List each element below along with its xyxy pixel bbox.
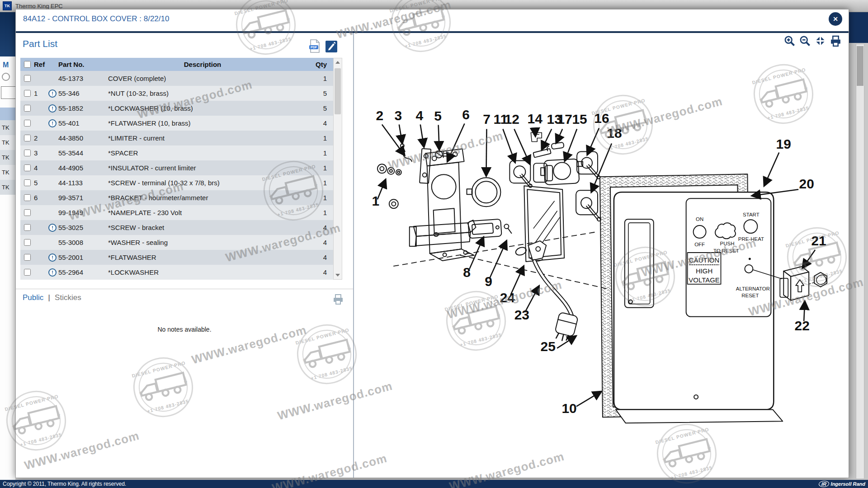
copyright-text: Copyright © 2011, Thermo King. All right… bbox=[3, 481, 126, 487]
row-description: *WASHER - sealing bbox=[104, 239, 302, 246]
status-bar: Copyright © 2011, Thermo King. All right… bbox=[0, 480, 868, 488]
col-qty: Qty bbox=[302, 61, 333, 68]
table-row[interactable]: ! 99-1949 *NAMEPLATE - 230 Volt 1 bbox=[20, 205, 333, 220]
row-qty: 1 bbox=[302, 194, 333, 202]
row-checkbox[interactable] bbox=[24, 239, 31, 246]
row-qty: 4 bbox=[302, 119, 333, 127]
sidebar-list-header bbox=[0, 108, 15, 120]
app-vertical-scrollbar[interactable] bbox=[856, 44, 864, 479]
sidebar-item-tk[interactable]: TK bbox=[0, 180, 15, 195]
row-checkbox[interactable] bbox=[24, 120, 31, 127]
table-row[interactable]: ! 55-2964 *LOCKWASHER 4 bbox=[20, 265, 333, 280]
svg-text:2: 2 bbox=[376, 108, 384, 123]
svg-text:5: 5 bbox=[434, 108, 442, 123]
part-detail-dialog: 84A12 - CONTROL BOX COVER : 8/22/10 ✕ Pa… bbox=[15, 9, 849, 478]
info-icon[interactable]: ! bbox=[48, 104, 57, 113]
sidebar-item-tk[interactable]: TK bbox=[0, 135, 15, 150]
close-icon: ✕ bbox=[833, 15, 838, 23]
row-checkbox[interactable] bbox=[24, 135, 31, 141]
dialog-title: 84A12 - CONTROL BOX COVER : 8/22/10 bbox=[23, 14, 169, 23]
close-button[interactable]: ✕ bbox=[829, 12, 842, 26]
svg-text:TO RESET: TO RESET bbox=[713, 248, 739, 253]
svg-text:PDF: PDF bbox=[311, 46, 317, 49]
info-icon[interactable]: ! bbox=[48, 268, 57, 277]
exploded-diagram[interactable]: 1 2 3 4 5 6 7 8 9 10 11 12 13 14 15 16 1… bbox=[354, 33, 849, 479]
tab-stickies[interactable]: Stickies bbox=[55, 293, 81, 302]
scroll-down-icon[interactable] bbox=[334, 271, 342, 279]
svg-text:HIGH: HIGH bbox=[696, 267, 712, 275]
row-description: *NUT (10-32, brass) bbox=[104, 89, 302, 97]
table-row[interactable]: 5 ! 44-1133 *SCREW - terminal (10-32 x 7… bbox=[20, 175, 333, 190]
row-checkbox[interactable] bbox=[24, 150, 31, 156]
table-row[interactable]: ! 55-3025 *SCREW - bracket 4 bbox=[20, 220, 333, 235]
row-description: COVER (complete) bbox=[104, 75, 302, 82]
sidebar-item-tk[interactable]: TK bbox=[0, 150, 15, 165]
row-checkbox[interactable] bbox=[24, 105, 31, 112]
table-row[interactable]: ! 55-3008 *WASHER - sealing 4 bbox=[20, 235, 333, 250]
row-description: *SCREW - bracket bbox=[104, 224, 302, 231]
row-part-no: 44-4905 bbox=[58, 164, 104, 172]
app-banner-right bbox=[849, 12, 868, 43]
row-checkbox[interactable] bbox=[24, 209, 31, 216]
row-description: *INSULATOR - current limiter bbox=[104, 164, 302, 172]
edit-notes-icon[interactable] bbox=[325, 39, 338, 55]
sidebar-item-tk[interactable]: TK bbox=[0, 165, 15, 180]
table-scrollbar[interactable] bbox=[333, 58, 342, 280]
row-description: *LOCKWASHER (10, brass) bbox=[104, 104, 302, 112]
row-qty: 5 bbox=[302, 104, 333, 112]
sidebar-radio-button[interactable] bbox=[2, 73, 10, 81]
row-description: *BRACKET - hourmeter/ammeter bbox=[104, 194, 302, 202]
row-description: *NAMEPLATE - 230 Volt bbox=[104, 209, 302, 216]
row-part-no: 55-2001 bbox=[58, 253, 104, 261]
row-description: *SCREW - terminal (10-32 x 7/8, brs) bbox=[104, 179, 302, 187]
table-scrollbar-thumb[interactable] bbox=[335, 68, 341, 114]
info-icon[interactable]: ! bbox=[48, 119, 57, 127]
row-part-no: 55-401 bbox=[58, 119, 104, 127]
col-part-no: Part No. bbox=[58, 61, 104, 68]
table-row[interactable]: 1 ! 55-346 *NUT (10-32, brass) 5 bbox=[20, 86, 333, 101]
info-icon[interactable]: ! bbox=[48, 224, 57, 232]
row-part-no: 55-346 bbox=[58, 89, 104, 97]
row-checkbox[interactable] bbox=[24, 179, 31, 186]
table-row[interactable]: 2 ! 44-3850 *LIMITER - current 1 bbox=[20, 131, 333, 145]
row-qty: 1 bbox=[302, 134, 333, 142]
export-pdf-icon[interactable]: PDF bbox=[309, 39, 321, 55]
table-row[interactable]: ! 55-401 *FLATWASHER (10, brass) 4 bbox=[20, 116, 333, 131]
svg-text:CAUTION: CAUTION bbox=[689, 256, 719, 264]
svg-text:PUSH: PUSH bbox=[720, 241, 735, 246]
table-row[interactable]: ! 45-1373 COVER (complete) 1 bbox=[20, 71, 333, 86]
row-checkbox[interactable] bbox=[24, 269, 31, 276]
select-all-checkbox[interactable] bbox=[24, 61, 31, 68]
row-ref: 2 bbox=[34, 134, 47, 142]
row-description: *LIMITER - current bbox=[104, 134, 302, 142]
app-scrollbar-thumb[interactable] bbox=[857, 46, 863, 86]
row-qty: 5 bbox=[302, 89, 333, 97]
row-checkbox[interactable] bbox=[24, 90, 31, 97]
row-qty: 1 bbox=[302, 179, 333, 187]
info-icon[interactable]: ! bbox=[48, 89, 57, 98]
row-ref: 6 bbox=[34, 194, 47, 202]
scroll-up-icon[interactable] bbox=[334, 58, 342, 66]
svg-text:25: 25 bbox=[541, 339, 556, 354]
sidebar-item-tk[interactable]: TK bbox=[0, 120, 15, 135]
table-row[interactable]: ! 55-1852 *LOCKWASHER (10, brass) 5 bbox=[20, 101, 333, 116]
row-checkbox[interactable] bbox=[24, 194, 31, 201]
info-icon[interactable]: ! bbox=[48, 253, 57, 262]
sidebar-search-input[interactable] bbox=[1, 86, 15, 99]
row-qty: 1 bbox=[302, 209, 333, 216]
window-title: Thermo King EPC bbox=[15, 3, 63, 9]
tab-public[interactable]: Public bbox=[23, 293, 43, 302]
row-checkbox[interactable] bbox=[24, 224, 31, 231]
svg-text:23: 23 bbox=[514, 307, 529, 322]
row-checkbox[interactable] bbox=[24, 254, 31, 261]
table-row[interactable]: 3 ! 55-3544 *SPACER 1 bbox=[20, 145, 333, 160]
col-description: Description bbox=[104, 61, 302, 68]
svg-text:20: 20 bbox=[799, 176, 814, 191]
table-row[interactable]: ! 55-2001 *FLATWASHER 4 bbox=[20, 250, 333, 265]
row-checkbox[interactable] bbox=[24, 164, 31, 171]
row-checkbox[interactable] bbox=[24, 75, 31, 82]
svg-text:17: 17 bbox=[557, 112, 572, 127]
table-row[interactable]: 4 ! 44-4905 *INSULATOR - current limiter… bbox=[20, 160, 333, 175]
print-notes-icon[interactable] bbox=[332, 293, 344, 307]
table-row[interactable]: 6 ! 99-3571 *BRACKET - hourmeter/ammeter… bbox=[20, 190, 333, 205]
